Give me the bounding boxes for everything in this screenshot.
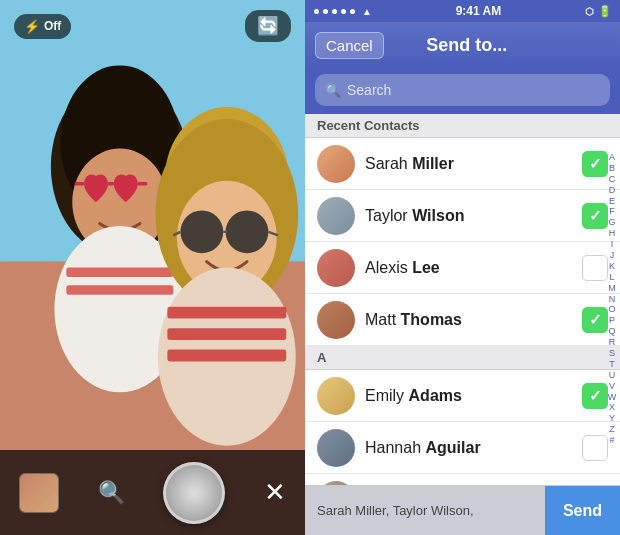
avatar-madison (317, 481, 355, 486)
alpha-letter-x[interactable]: X (606, 403, 618, 413)
check-hannah[interactable] (582, 435, 608, 461)
nav-bar: Cancel Send to... (305, 22, 620, 68)
check-emily[interactable]: ✓ (582, 383, 608, 409)
alpha-letter-d[interactable]: D (606, 186, 618, 196)
status-time: 9:41 AM (456, 4, 502, 18)
alpha-letter-p[interactable]: P (606, 316, 618, 326)
signal-dot (350, 9, 355, 14)
search-bar: 🔍 Search (305, 68, 620, 114)
svg-rect-20 (167, 307, 286, 319)
search-icon: 🔍 (325, 83, 341, 98)
recipients-bar: Sarah Miller, Taylor Wilson, Send (305, 485, 620, 535)
contact-name-taylor: Taylor Wilson (365, 207, 572, 225)
check-sarah[interactable]: ✓ (582, 151, 608, 177)
signal-dot (314, 9, 319, 14)
bluetooth-icon: ⬡ (585, 6, 594, 17)
svg-point-14 (180, 210, 223, 253)
alpha-letter-m[interactable]: M (606, 284, 618, 294)
avatar-hannah (317, 429, 355, 467)
avatar-taylor (317, 197, 355, 235)
wifi-icon: ▲ (362, 6, 372, 17)
signal-dot (323, 9, 328, 14)
contact-row-taylor[interactable]: Taylor Wilson ✓ (305, 190, 620, 242)
alpha-letter-g[interactable]: G (606, 218, 618, 228)
check-taylor[interactable]: ✓ (582, 203, 608, 229)
battery-icon: 🔋 (598, 5, 612, 18)
svg-rect-21 (167, 328, 286, 340)
alpha-letter-f[interactable]: F (606, 207, 618, 217)
section-header-recent: Recent Contacts (305, 114, 620, 138)
contacts-list: Recent Contacts Sarah Miller ✓ Taylor Wi… (305, 114, 620, 485)
search-input-wrap[interactable]: 🔍 Search (315, 74, 610, 106)
flash-icon: ⚡ (24, 19, 40, 34)
recipients-text: Sarah Miller, Taylor Wilson, (305, 503, 545, 518)
cancel-button[interactable]: Cancel (315, 32, 384, 59)
contact-row-sarah[interactable]: Sarah Miller ✓ (305, 138, 620, 190)
contact-row-madison[interactable]: Madison Allen (305, 474, 620, 485)
alpha-letter-b[interactable]: B (606, 164, 618, 174)
alpha-letter-k[interactable]: K (606, 262, 618, 272)
alpha-letter-j[interactable]: J (606, 251, 618, 261)
alpha-letter-l[interactable]: L (606, 273, 618, 283)
alpha-letter-o[interactable]: O (606, 305, 618, 315)
contact-row-emily[interactable]: Emily Adams ✓ (305, 370, 620, 422)
send-to-panel: ▲ 9:41 AM ⬡ 🔋 Cancel Send to... 🔍 Search… (305, 0, 620, 535)
send-button[interactable]: Send (545, 486, 620, 535)
camera-bottom-bar: 🔍 ✕ (0, 450, 305, 535)
alpha-letter-e[interactable]: E (606, 197, 618, 207)
gallery-thumbnail[interactable] (19, 473, 59, 513)
svg-rect-9 (66, 268, 173, 278)
flash-label: Off (44, 19, 61, 33)
check-matt[interactable]: ✓ (582, 307, 608, 333)
search-icon[interactable]: 🔍 (98, 480, 125, 506)
contact-name-sarah: Sarah Miller (365, 155, 572, 173)
contact-name-alexis: Alexis Lee (365, 259, 572, 277)
flip-camera-button[interactable]: 🔄 (245, 10, 291, 42)
alpha-letter-c[interactable]: C (606, 175, 618, 185)
alpha-letter-a[interactable]: A (606, 153, 618, 163)
camera-panel: ⚡ Off 🔄 🔍 ✕ (0, 0, 305, 535)
nav-title: Send to... (426, 35, 507, 56)
status-bar: ▲ 9:41 AM ⬡ 🔋 (305, 0, 620, 22)
signal-dot (341, 9, 346, 14)
alpha-letter-#[interactable]: # (606, 436, 618, 446)
signal-dot (332, 9, 337, 14)
alpha-letter-s[interactable]: S (606, 349, 618, 359)
alpha-letter-z[interactable]: Z (606, 425, 618, 435)
svg-rect-6 (75, 182, 85, 186)
alpha-letter-v[interactable]: V (606, 382, 618, 392)
svg-rect-7 (138, 182, 148, 186)
avatar-sarah (317, 145, 355, 183)
battery-indicator: ⬡ 🔋 (585, 5, 612, 18)
search-placeholder: Search (347, 82, 391, 98)
alpha-letter-h[interactable]: H (606, 229, 618, 239)
avatar-emily (317, 377, 355, 415)
close-icon[interactable]: ✕ (264, 477, 286, 508)
alpha-letter-q[interactable]: Q (606, 327, 618, 337)
alpha-letter-i[interactable]: I (606, 240, 618, 250)
avatar-matt (317, 301, 355, 339)
svg-rect-10 (66, 285, 173, 295)
contact-row-alexis[interactable]: Alexis Lee (305, 242, 620, 294)
alpha-letter-n[interactable]: N (606, 295, 618, 305)
shutter-button[interactable] (163, 462, 225, 524)
avatar-alexis (317, 249, 355, 287)
alpha-letter-u[interactable]: U (606, 371, 618, 381)
camera-top-bar: ⚡ Off 🔄 (0, 10, 305, 42)
alpha-letter-w[interactable]: W (606, 393, 618, 403)
alpha-letter-y[interactable]: Y (606, 414, 618, 424)
svg-point-15 (226, 210, 269, 253)
contact-row-hannah[interactable]: Hannah Aguilar (305, 422, 620, 474)
alpha-index: ABCDEFGHIJKLMNOPQRSTUVWXYZ# (606, 114, 618, 485)
alpha-letter-t[interactable]: T (606, 360, 618, 370)
check-alexis[interactable] (582, 255, 608, 281)
flash-button[interactable]: ⚡ Off (14, 14, 71, 39)
contact-row-matt[interactable]: Matt Thomas ✓ (305, 294, 620, 346)
alpha-letter-r[interactable]: R (606, 338, 618, 348)
contact-name-emily: Emily Adams (365, 387, 572, 405)
signal-indicator: ▲ (313, 6, 372, 17)
gallery-thumb-image (20, 474, 58, 512)
svg-rect-5 (106, 182, 114, 186)
contact-name-hannah: Hannah Aguilar (365, 439, 572, 457)
svg-rect-22 (167, 350, 286, 362)
